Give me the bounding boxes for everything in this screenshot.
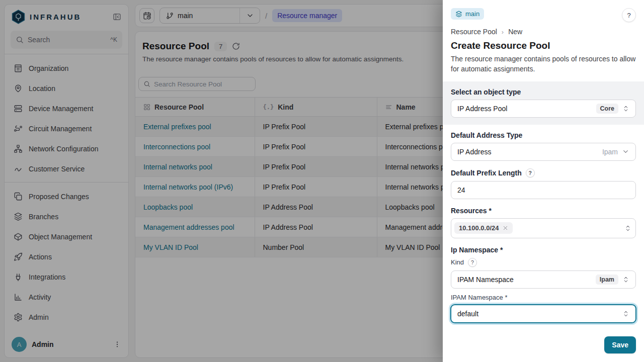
ip-namespace-kind-select[interactable]: IPAM Namespace Ipam: [451, 270, 636, 289]
drawer-breadcrumb: Resource Pool › New: [451, 28, 636, 36]
object-type-section: Select an object type IP Address Pool Co…: [443, 81, 644, 125]
chevrons-up-down-icon: [622, 310, 629, 317]
remove-chip-icon[interactable]: [503, 225, 508, 231]
drawer-footer: Save: [443, 336, 644, 362]
default-prefix-length-input[interactable]: 24: [451, 181, 636, 199]
field-value: IPAM Namespace: [457, 276, 592, 284]
drawer-form: Default Address Type IP Address Ipam Def…: [443, 125, 644, 336]
namespace-badge: Core: [596, 104, 618, 114]
chevron-right-icon: ›: [502, 28, 504, 36]
breadcrumb-current: New: [508, 28, 522, 36]
drawer-title: Create Resource Pool: [451, 40, 636, 51]
field-default-address-type: Default Address Type IP Address Ipam: [451, 131, 636, 161]
drawer-description: The resource manager contains pools of r…: [451, 54, 636, 74]
field-label: Ip Namespace *: [451, 246, 636, 254]
help-icon[interactable]: ?: [526, 168, 535, 177]
kind-label: Kind ?: [451, 258, 636, 267]
field-value: 24: [457, 186, 629, 194]
help-button[interactable]: ?: [622, 8, 636, 22]
field-value: default: [457, 310, 618, 318]
namespace-badge: Ipam: [596, 275, 618, 285]
field-label: Default Address Type: [451, 131, 636, 139]
layers-icon: [455, 11, 462, 18]
field-hint: Ipam: [602, 148, 618, 156]
branch-badge: main: [451, 8, 484, 20]
field-label: Resources *: [451, 207, 636, 215]
chevrons-up-down-icon: [622, 276, 629, 283]
field-resources: Resources * 10.100.0.0/24: [451, 207, 636, 238]
help-icon[interactable]: ?: [468, 258, 477, 267]
field-label: Default Prefix Length ?: [451, 168, 636, 177]
chevrons-up-down-icon: [624, 225, 631, 232]
drawer-header: main ? Resource Pool › New Create Resour…: [443, 0, 644, 81]
object-type-label: Select an object type: [451, 88, 636, 96]
ipam-namespace-select[interactable]: default: [451, 305, 636, 323]
resources-multiselect[interactable]: 10.100.0.0/24: [451, 218, 636, 238]
resource-chip: 10.100.0.0/24: [454, 222, 513, 234]
breadcrumb-parent[interactable]: Resource Pool: [451, 28, 497, 36]
field-ip-namespace: Ip Namespace * Kind ? IPAM Namespace Ipa…: [451, 246, 636, 323]
field-default-prefix-length: Default Prefix Length ? 24: [451, 168, 636, 199]
chevrons-up-down-icon: [622, 105, 629, 112]
save-button[interactable]: Save: [604, 336, 636, 353]
default-address-type-select[interactable]: IP Address Ipam: [451, 143, 636, 161]
create-resource-pool-drawer: main ? Resource Pool › New Create Resour…: [443, 0, 644, 362]
object-type-value: IP Address Pool: [457, 105, 592, 113]
object-type-select[interactable]: IP Address Pool Core: [451, 100, 636, 118]
field-value: IP Address: [457, 148, 598, 156]
chevron-down-icon: [622, 148, 629, 155]
ipam-namespace-label: IPAM Namespace *: [451, 294, 636, 301]
